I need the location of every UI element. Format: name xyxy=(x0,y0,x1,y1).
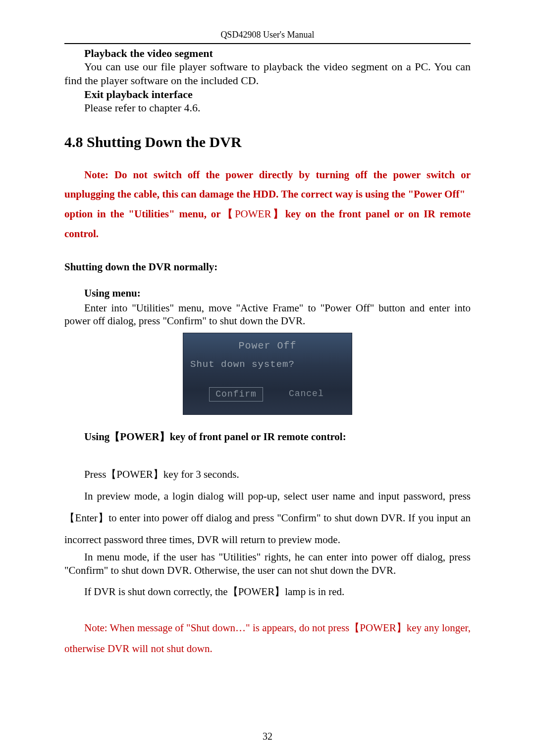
preview-mode-text: In preview mode, a login dialog will pop… xyxy=(64,485,471,551)
lamp-text: If DVR is shut down correctly, the【POWER… xyxy=(64,581,471,603)
section-title-text: Shutting Down the DVR xyxy=(87,134,242,150)
exit-heading: Exit playback interface xyxy=(84,88,471,101)
normally-heading: Shutting down the DVR normally: xyxy=(64,261,471,273)
warning-line1: Note: Do not switch off the power direct… xyxy=(64,169,471,201)
playback-heading: Playback the video segment xyxy=(84,47,471,60)
using-power-heading: Using【POWER】key of front panel or IR rem… xyxy=(84,430,471,444)
preview-mode-content: In preview mode, a login dialog will pop… xyxy=(64,490,471,546)
dialog-buttons: Confirm Cancel xyxy=(183,387,352,402)
using-menu-text: Enter into "Utilities" menu, move "Activ… xyxy=(64,302,471,328)
press-power-content: Press【POWER】key for 3 seconds. xyxy=(84,468,239,480)
lamp-content: If DVR is shut down correctly, the【POWER… xyxy=(84,586,344,598)
confirm-button[interactable]: Confirm xyxy=(209,387,263,402)
section-title: 4.8 Shutting Down the DVR xyxy=(64,134,471,151)
header-rule xyxy=(64,43,471,44)
section-number: 4.8 xyxy=(64,134,83,150)
warning-power-word: POWER xyxy=(235,208,271,220)
warning-note: Note: Do not switch off the power direct… xyxy=(64,165,471,245)
running-header: QSD42908 User's Manual xyxy=(64,30,471,40)
playback-text-content: You can use our file player software to … xyxy=(64,60,471,87)
menu-mode-content: In menu mode, if the user has "Utilities… xyxy=(64,551,471,576)
menu-mode-text: In menu mode, if the user has "Utilities… xyxy=(64,551,471,578)
using-menu-heading: Using menu: xyxy=(84,287,471,300)
cancel-button[interactable]: Cancel xyxy=(287,387,326,402)
playback-text: You can use our file player software to … xyxy=(64,60,471,87)
exit-text: Please refer to chapter 4.6. xyxy=(84,101,471,115)
page-number: 32 xyxy=(0,731,535,742)
dialog-question: Shut down system? xyxy=(190,359,295,370)
power-off-dialog-screenshot: Power Off Shut down system? Confirm Canc… xyxy=(183,333,352,415)
warning-line2a: option in the "Utilities" menu, or【 xyxy=(64,208,235,220)
using-menu-text-content: Enter into "Utilities" menu, move "Activ… xyxy=(64,302,471,327)
dialog-title: Power Off xyxy=(183,340,352,352)
press-power-text: Press【POWER】key for 3 seconds. xyxy=(64,463,471,485)
bottom-warning-content: Note: When message of "Shut down…" is ap… xyxy=(64,622,471,655)
bottom-warning: Note: When message of "Shut down…" is ap… xyxy=(64,617,471,659)
manual-page: QSD42908 User's Manual Playback the vide… xyxy=(0,0,535,756)
